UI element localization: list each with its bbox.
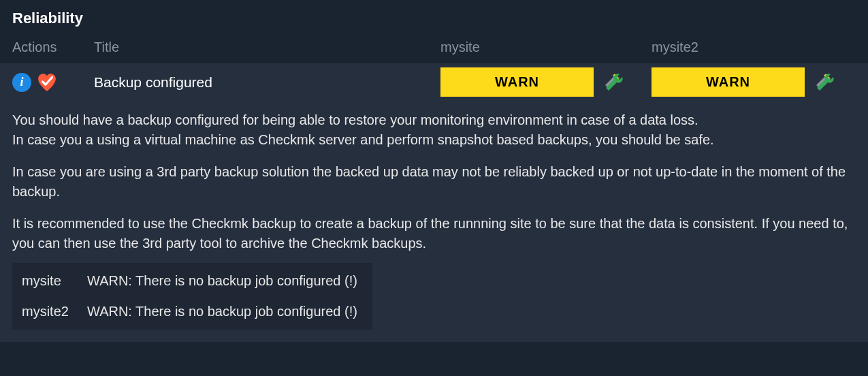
detail-paragraph: You should have a backup configured for … [12, 110, 856, 150]
tools-icon[interactable] [814, 72, 836, 93]
col-header-actions: Actions [12, 40, 94, 55]
col-header-title: Title [94, 40, 434, 55]
table-header: Actions Title mysite mysite2 [0, 34, 868, 63]
site-detail-table: mysite WARN: There is no backup job conf… [12, 263, 372, 330]
detail-paragraph: In case you are using a 3rd party backup… [12, 162, 856, 202]
tools-icon[interactable] [603, 72, 625, 93]
site-detail-name: mysite2 [22, 302, 87, 322]
site-detail-msg: WARN: There is no backup job configured … [87, 302, 357, 322]
info-icon[interactable]: i [12, 73, 31, 92]
table-row: i Backup configured WARN WARN [0, 63, 868, 104]
col-header-site1: mysite [434, 40, 645, 55]
acknowledge-icon[interactable] [37, 73, 57, 92]
site-detail-row: mysite WARN: There is no backup job conf… [12, 266, 367, 296]
section-title: Reliability [0, 0, 868, 34]
col-header-site2: mysite2 [645, 40, 856, 55]
check-title: Backup configured [94, 74, 434, 91]
site-detail-row: mysite2 WARN: There is no backup job con… [12, 296, 367, 327]
site-detail-msg: WARN: There is no backup job configured … [87, 271, 357, 291]
detail-paragraph: It is recommended to use the Checkmk bac… [12, 214, 856, 253]
check-detail: You should have a backup configured for … [0, 104, 868, 342]
site-detail-name: mysite [22, 271, 87, 291]
status-badge-site2[interactable]: WARN [652, 67, 805, 97]
status-badge-site1[interactable]: WARN [440, 67, 594, 97]
